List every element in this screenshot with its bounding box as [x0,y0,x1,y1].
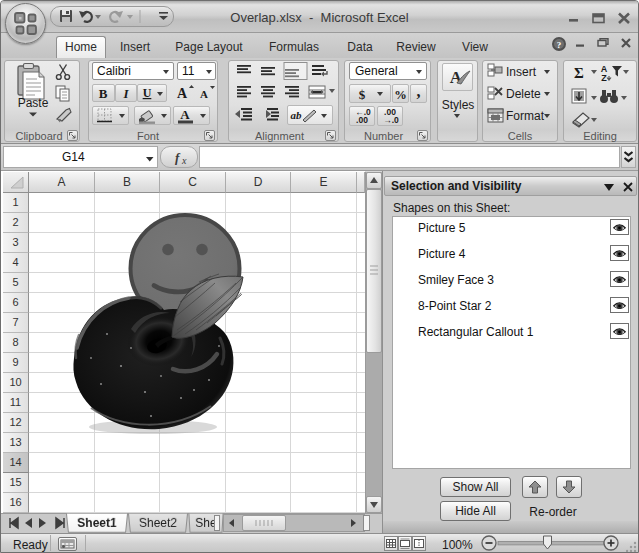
svg-text:B: B [99,86,108,101]
svg-text:A: A [177,86,188,101]
svg-text:Σ: Σ [574,65,584,81]
svg-text:f: f [175,150,181,165]
svg-text:ab: ab [291,109,303,121]
svg-text:,: , [417,85,421,100]
svg-text:%: % [394,88,407,102]
svg-text:$: $ [359,87,366,102]
svg-text:Format: Format [506,109,545,123]
svg-text:Insert: Insert [506,65,537,79]
svg-text:Delete: Delete [506,87,541,101]
svg-text:?: ? [557,40,562,50]
svg-text:U: U [143,86,152,100]
svg-text:x: x [181,155,187,166]
svg-text:A: A [200,88,208,100]
svg-text:Paste: Paste [18,96,49,110]
svg-text:→.0: →.0 [383,115,399,125]
svg-text:Z: Z [601,73,607,83]
svg-text:A: A [180,107,190,122]
svg-text:.00: .00 [356,115,368,125]
svg-text:I: I [122,86,129,101]
